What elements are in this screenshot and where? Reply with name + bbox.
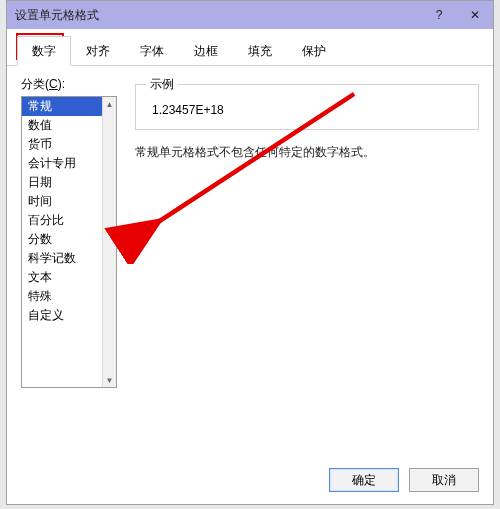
help-icon: ? [436, 8, 443, 22]
tab-protection[interactable]: 保护 [287, 36, 341, 66]
sample-value: 1.23457E+18 [146, 103, 468, 117]
content-pane: 分类(C): 常规 数值 货币 会计专用 日期 时间 百分比 分数 科学记数 文… [7, 66, 493, 458]
help-button[interactable]: ? [421, 1, 457, 29]
tabbar: 数字 对齐 字体 边框 填充 保护 [7, 29, 493, 66]
ok-button[interactable]: 确定 [329, 468, 399, 492]
scroll-down-icon[interactable]: ▼ [103, 373, 116, 387]
details-column: 示例 1.23457E+18 常规单元格格式不包含任何特定的数字格式。 [135, 76, 479, 161]
button-bar: 确定 取消 [7, 458, 493, 504]
sample-label: 示例 [146, 76, 178, 93]
tab-font[interactable]: 字体 [125, 36, 179, 66]
dialog-title: 设置单元格格式 [15, 7, 421, 24]
format-description: 常规单元格格式不包含任何特定的数字格式。 [135, 144, 479, 161]
content-row: 分类(C): 常规 数值 货币 会计专用 日期 时间 百分比 分数 科学记数 文… [21, 76, 479, 450]
cancel-button[interactable]: 取消 [409, 468, 479, 492]
tab-alignment[interactable]: 对齐 [71, 36, 125, 66]
sample-box: 示例 1.23457E+18 [135, 76, 479, 130]
category-listbox[interactable]: 常规 数值 货币 会计专用 日期 时间 百分比 分数 科学记数 文本 特殊 自定… [21, 96, 117, 388]
tab-fill[interactable]: 填充 [233, 36, 287, 66]
tab-number[interactable]: 数字 [17, 36, 71, 66]
titlebar[interactable]: 设置单元格格式 ? ✕ [7, 1, 493, 29]
scroll-up-icon[interactable]: ▲ [103, 97, 116, 111]
format-cells-dialog: 设置单元格格式 ? ✕ 数字 对齐 字体 边框 填充 保护 分类(C): 常规 … [6, 0, 494, 505]
listbox-scrollbar[interactable]: ▲ ▼ [102, 97, 116, 387]
close-icon: ✕ [470, 8, 480, 22]
category-column: 分类(C): 常规 数值 货币 会计专用 日期 时间 百分比 分数 科学记数 文… [21, 76, 117, 388]
close-button[interactable]: ✕ [457, 1, 493, 29]
category-label: 分类(C): [21, 76, 117, 93]
tab-border[interactable]: 边框 [179, 36, 233, 66]
